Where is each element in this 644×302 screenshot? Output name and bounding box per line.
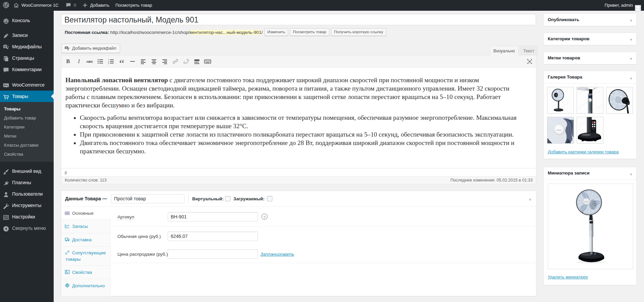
svg-text:BORK: BORK [584, 201, 589, 203]
svg-text:BORK: BORK [557, 130, 562, 131]
svg-text:3: 3 [108, 62, 109, 64]
svg-text:18: 18 [589, 96, 591, 98]
svg-text:Woo: Woo [4, 84, 8, 86]
